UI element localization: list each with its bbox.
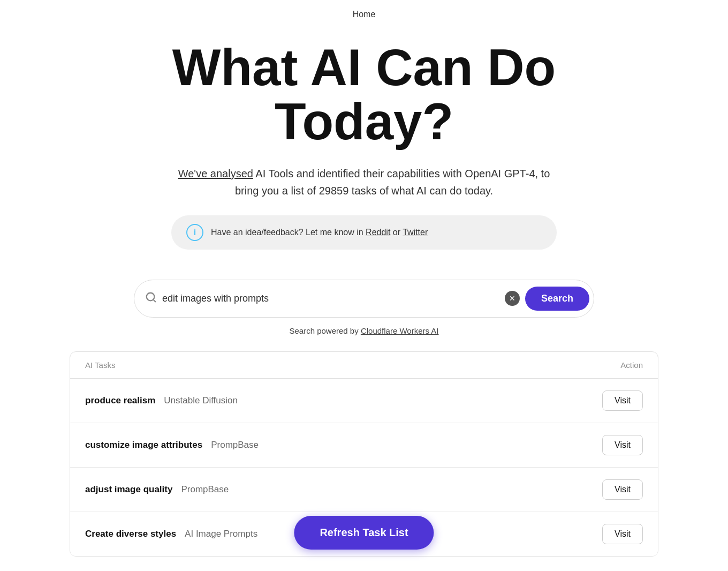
- visit-button[interactable]: Visit: [602, 524, 643, 544]
- search-input[interactable]: [162, 293, 499, 304]
- search-powered-text: Search powered by Cloudflare Workers AI: [134, 326, 594, 335]
- reddit-link[interactable]: Reddit: [366, 228, 390, 237]
- table-row: adjust image quality PrompBase Visit: [70, 468, 658, 512]
- page-title: What AI Can Do Today?: [150, 41, 578, 149]
- hero-section: What AI Can Do Today? We've analysed AI …: [0, 25, 728, 280]
- clear-search-button[interactable]: ✕: [505, 291, 520, 306]
- hero-description: We've analysed AI Tools and identified t…: [171, 165, 557, 199]
- analysed-link[interactable]: We've analysed: [178, 168, 253, 179]
- table-row: customize image attributes PrompBase Vis…: [70, 423, 658, 468]
- table-header: AI Tasks Action: [70, 352, 658, 379]
- search-button[interactable]: Search: [525, 287, 589, 311]
- visit-button[interactable]: Visit: [602, 479, 643, 500]
- svg-line-1: [153, 299, 155, 302]
- search-bar: ✕ Search: [134, 280, 594, 318]
- tool-name: AI Image Prompts: [185, 529, 257, 539]
- refresh-task-list-button[interactable]: Refresh Task List: [294, 516, 434, 550]
- info-icon: i: [186, 224, 203, 241]
- refresh-btn-wrap: Refresh Task List: [294, 516, 434, 550]
- twitter-link[interactable]: Twitter: [403, 228, 428, 237]
- feedback-text: Have an idea/feedback? Let me know in Re…: [211, 226, 428, 239]
- visit-button[interactable]: Visit: [602, 390, 643, 411]
- task-name: produce realism: [85, 395, 155, 406]
- tool-name: PrompBase: [181, 484, 229, 495]
- search-section: ✕ Search Search powered by Cloudflare Wo…: [123, 280, 605, 335]
- task-name: Create diverse styles: [85, 529, 176, 539]
- task-name: customize image attributes: [85, 440, 202, 450]
- main-nav: Home: [0, 0, 728, 25]
- nav-home[interactable]: Home: [353, 10, 376, 19]
- row-content: adjust image quality PrompBase: [85, 484, 229, 495]
- row-content: customize image attributes PrompBase: [85, 440, 259, 450]
- table-row: produce realism Unstable Diffusion Visit: [70, 379, 658, 423]
- visit-button[interactable]: Visit: [602, 435, 643, 455]
- col-tasks-header: AI Tasks: [85, 360, 115, 370]
- tool-name: PrompBase: [211, 440, 259, 450]
- row-content: produce realism Unstable Diffusion: [85, 395, 238, 406]
- col-action-header: Action: [620, 360, 643, 370]
- search-icon: [145, 291, 157, 306]
- tool-name: Unstable Diffusion: [164, 395, 238, 406]
- task-name: adjust image quality: [85, 484, 172, 495]
- cloudflare-link[interactable]: Cloudflare Workers AI: [361, 326, 439, 335]
- feedback-bar: i Have an idea/feedback? Let me know in …: [171, 215, 557, 250]
- row-content: Create diverse styles AI Image Prompts: [85, 529, 257, 539]
